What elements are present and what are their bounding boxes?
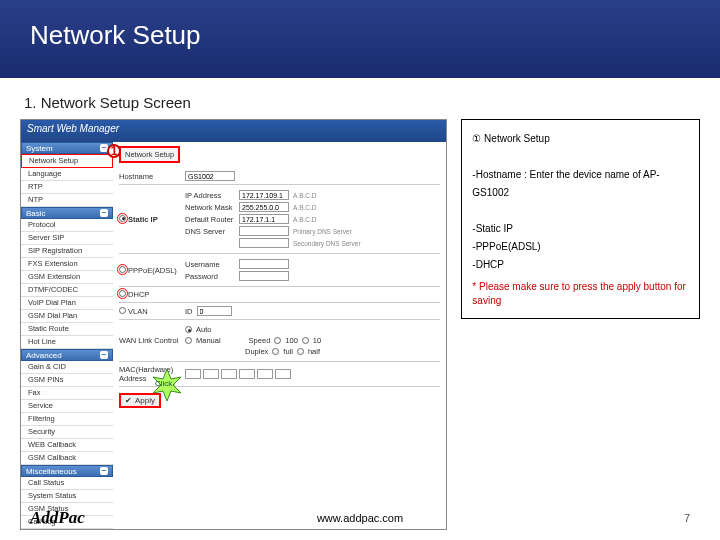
info-pppoe: -PPPoE(ADSL) [472, 238, 689, 256]
sidebar-item[interactable]: GSM PINs [21, 374, 113, 387]
annotation-marker-1: 1 [107, 144, 121, 158]
sidebar-item-network-setup[interactable]: Network Setup [21, 154, 113, 168]
mac-input[interactable] [257, 369, 273, 379]
sidebar-item[interactable]: System Status [21, 490, 113, 503]
info-title: ① Network Setup [472, 130, 689, 148]
content-row: Smart Web Manager System− Network Setup … [0, 119, 720, 530]
sidebar-item[interactable]: Fax [21, 387, 113, 400]
info-warning: * Please make sure to press the apply bu… [472, 280, 689, 308]
sidebar-item[interactable]: Filtering [21, 413, 113, 426]
collapse-icon[interactable]: − [100, 467, 108, 475]
footer-url: www.addpac.com [317, 512, 403, 524]
sidebar-item[interactable]: Call Status [21, 477, 113, 490]
footer-logo: AddPac [30, 508, 85, 528]
hostname-input[interactable] [185, 171, 235, 181]
svg-marker-0 [153, 369, 181, 401]
wan-manual-radio[interactable] [185, 337, 192, 344]
sidebar-item[interactable]: VoIP Dial Plan [21, 297, 113, 310]
vlan-check[interactable] [119, 307, 126, 314]
speed-100-radio[interactable] [274, 337, 281, 344]
sidebar-item[interactable]: GSM Extension [21, 271, 113, 284]
mac-input[interactable] [275, 369, 291, 379]
mask-input[interactable] [239, 202, 289, 212]
sidebar-item[interactable]: SIP Registration [21, 245, 113, 258]
pppoe-radio[interactable] [119, 266, 126, 273]
collapse-icon[interactable]: − [100, 209, 108, 217]
info-host: -Hostname : Enter the device name of AP-… [472, 166, 689, 202]
page-number: 7 [684, 512, 690, 524]
info-box: ① Network Setup -Hostname : Enter the de… [461, 119, 700, 319]
mac-input[interactable] [203, 369, 219, 379]
router-input[interactable] [239, 214, 289, 224]
mac-input[interactable] [221, 369, 237, 379]
sidebar-item[interactable]: WEB Callback [21, 439, 113, 452]
speed-10-radio[interactable] [302, 337, 309, 344]
staticip-radio[interactable] [119, 215, 126, 222]
main-panel: 1 Network Setup Hostname Static IP IP Ad… [113, 120, 446, 529]
vlan-id-input[interactable] [197, 306, 232, 316]
sidebar: System− Network Setup Language RTP NTP B… [21, 120, 113, 529]
sidebar-item[interactable]: Static Route [21, 323, 113, 336]
info-static: -Static IP [472, 220, 689, 238]
sidebar-item[interactable]: RTP [21, 181, 113, 194]
sidebar-section-basic[interactable]: Basic− [21, 207, 113, 219]
sidebar-item[interactable]: Security [21, 426, 113, 439]
sidebar-item[interactable]: NTP [21, 194, 113, 207]
duplex-half-radio[interactable] [297, 348, 304, 355]
sidebar-section-misc[interactable]: Miscellaneous− [21, 465, 113, 477]
wan-auto-radio[interactable] [185, 326, 192, 333]
sidebar-item[interactable]: Language [21, 168, 113, 181]
slide-title: Network Setup [30, 20, 201, 50]
sidebar-item[interactable]: FXS Extension [21, 258, 113, 271]
dhcp-radio[interactable] [119, 290, 126, 297]
hostname-label: Hostname [119, 172, 181, 181]
info-dhcp: -DHCP [472, 256, 689, 274]
dns2-input[interactable] [239, 238, 289, 248]
check-icon: ✔ [125, 396, 132, 405]
mac-input-group [185, 369, 291, 379]
sidebar-item[interactable]: GSM Callback [21, 452, 113, 465]
sidebar-section-advanced[interactable]: Advanced− [21, 349, 113, 361]
sidebar-section-system[interactable]: System− [21, 142, 113, 154]
app-screenshot: Smart Web Manager System− Network Setup … [20, 119, 447, 530]
page-title: Network Setup [119, 146, 180, 163]
slide-title-bar: Network Setup [0, 0, 720, 78]
sidebar-item[interactable]: Protocol [21, 219, 113, 232]
password-input[interactable] [239, 271, 289, 281]
section-heading: 1. Network Setup Screen [0, 78, 720, 119]
collapse-icon[interactable]: − [100, 351, 108, 359]
sidebar-item[interactable]: Hot Line [21, 336, 113, 349]
sidebar-item[interactable]: Service [21, 400, 113, 413]
footer: AddPac www.addpac.com 7 [0, 508, 720, 528]
ip-input[interactable] [239, 190, 289, 200]
click-callout [149, 371, 185, 399]
sidebar-item[interactable]: GSM Dial Plan [21, 310, 113, 323]
duplex-full-radio[interactable] [272, 348, 279, 355]
username-input[interactable] [239, 259, 289, 269]
dns1-input[interactable] [239, 226, 289, 236]
sidebar-item[interactable]: DTMF/CODEC [21, 284, 113, 297]
sidebar-item[interactable]: Server SIP [21, 232, 113, 245]
mac-input[interactable] [239, 369, 255, 379]
sidebar-item[interactable]: Gain & CID [21, 361, 113, 374]
